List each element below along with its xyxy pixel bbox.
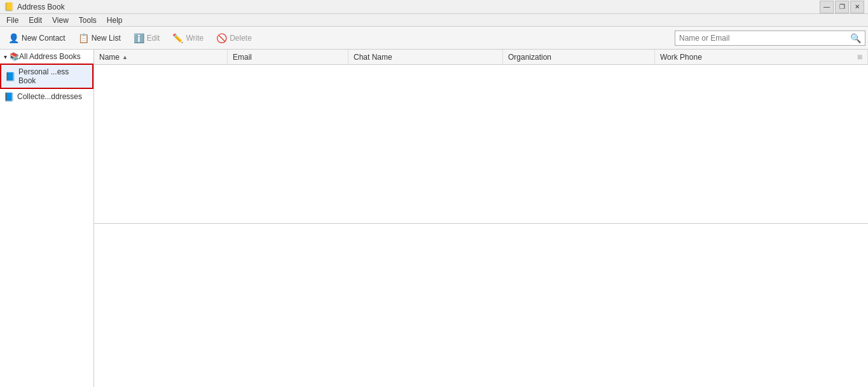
delete-button[interactable]: 🚫 Delete [210, 30, 258, 46]
search-input[interactable] [679, 34, 850, 43]
col-org-label: Organization [508, 53, 551, 62]
sidebar-all-address-books[interactable]: ▾ 📚 All Address Books [0, 50, 93, 64]
sort-arrow-icon: ▲ [122, 54, 128, 60]
collected-book-icon: 📘 [4, 92, 14, 102]
table-body-top [94, 65, 868, 224]
edit-icon: ℹ️ [134, 33, 144, 43]
col-header-chat[interactable]: Chat Name [348, 50, 503, 64]
write-button[interactable]: ✏️ Write [167, 30, 209, 46]
col-resize-icon: ⊞ [857, 53, 862, 60]
col-phone-label: Work Phone [660, 53, 702, 62]
col-header-email[interactable]: Email [228, 50, 348, 64]
expand-icon: ▾ [4, 53, 7, 60]
new-contact-label: New Contact [22, 34, 65, 43]
window-title: Address Book [17, 3, 820, 11]
collected-book-label: Collecte...ddresses [17, 92, 82, 101]
delete-icon: 🚫 [216, 33, 227, 43]
delete-label: Delete [230, 34, 252, 43]
col-header-workphone[interactable]: Work Phone ⊞ [655, 50, 868, 64]
edit-label: Edit [147, 34, 160, 43]
new-list-icon: 📋 [78, 33, 89, 43]
toolbar: 👤 New Contact 📋 New List ℹ️ Edit ✏️ Writ… [0, 27, 868, 50]
title-bar: 📒 Address Book — ❐ ✕ [0, 0, 868, 14]
menu-bar: File Edit View Tools Help [0, 14, 868, 27]
write-icon: ✏️ [172, 33, 183, 43]
all-books-icon: 📚 [10, 52, 19, 61]
col-chat-label: Chat Name [354, 53, 392, 62]
col-header-organization[interactable]: Organization [503, 50, 655, 64]
menu-file[interactable]: File [3, 15, 22, 26]
search-icon[interactable]: 🔍 [850, 33, 861, 43]
search-box[interactable]: 🔍 [675, 31, 865, 46]
table-body-bottom [94, 224, 868, 387]
col-header-name[interactable]: Name ▲ [94, 50, 228, 64]
app-icon: 📒 [4, 2, 14, 12]
personal-book-icon: 📘 [5, 71, 15, 81]
new-list-label: New List [92, 34, 121, 43]
content-area: Name ▲ Email Chat Name Organization Work… [94, 50, 868, 387]
close-button[interactable]: ✕ [850, 1, 864, 13]
table-header: Name ▲ Email Chat Name Organization Work… [94, 50, 868, 65]
write-label: Write [186, 34, 203, 43]
all-address-books-label: All Address Books [19, 52, 81, 61]
new-list-button[interactable]: 📋 New List [72, 30, 127, 46]
menu-tools[interactable]: Tools [75, 15, 100, 26]
minimize-button[interactable]: — [820, 1, 834, 13]
sidebar-item-personal[interactable]: 📘 Personal ...ess Book [0, 64, 93, 89]
sidebar: ▾ 📚 All Address Books 📘 Personal ...ess … [0, 50, 94, 387]
window-controls: — ❐ ✕ [820, 1, 864, 13]
col-email-label: Email [233, 53, 252, 62]
menu-view[interactable]: View [48, 15, 72, 26]
new-contact-icon: 👤 [8, 33, 19, 43]
col-name-label: Name [99, 53, 120, 62]
new-contact-button[interactable]: 👤 New Contact [3, 30, 71, 46]
sidebar-item-collected[interactable]: 📘 Collecte...ddresses [0, 89, 93, 104]
menu-edit[interactable]: Edit [25, 15, 46, 26]
maximize-button[interactable]: ❐ [835, 1, 849, 13]
main-layout: ▾ 📚 All Address Books 📘 Personal ...ess … [0, 50, 868, 387]
edit-button[interactable]: ℹ️ Edit [128, 30, 166, 46]
menu-help[interactable]: Help [103, 15, 127, 26]
personal-book-label: Personal ...ess Book [18, 67, 88, 85]
